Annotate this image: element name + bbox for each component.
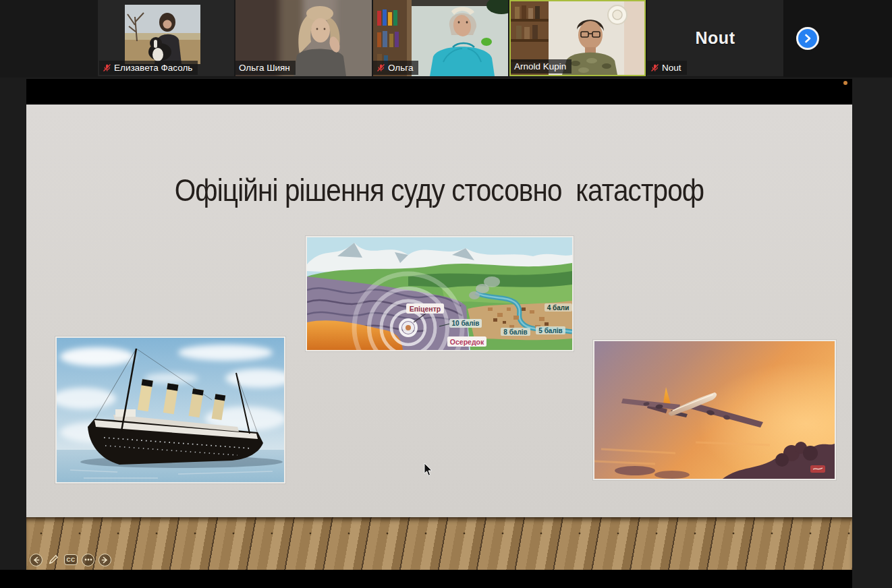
mouse-cursor (424, 463, 433, 477)
label-5-points: 5 балів (538, 327, 562, 334)
name-label: Ольга (373, 61, 418, 75)
slideshow-controls: CC (30, 553, 111, 566)
arrow-right-icon (101, 556, 109, 564)
arrow-left-icon (32, 556, 40, 564)
earthquake-diagram-image: Епіцентр 10 балів Осередок 4 бали 8 балі… (306, 236, 574, 351)
participant-name: Arnold Kupin (514, 61, 566, 71)
participant-name: Елизавета Фасоль (114, 63, 192, 73)
share-left-margin (0, 78, 26, 570)
participant-tile-elizaveta[interactable]: Елизавета Фасоль (98, 0, 234, 76)
prev-slide-button[interactable] (30, 554, 43, 566)
participant-strip: Елизавета Фасоль (0, 0, 892, 78)
bottom-letterbox (0, 570, 852, 588)
avatar-photo (125, 5, 200, 64)
label-10-points: 10 балів (452, 320, 480, 327)
chevron-right-icon (803, 34, 812, 43)
participant-name: Nout (662, 63, 681, 73)
participant-name: Ольга Шиян (239, 63, 290, 73)
participant-name: Ольга (388, 63, 413, 73)
label-epicenter: Епіцентр (410, 305, 441, 313)
participant-tile-olga[interactable]: Ольга (373, 0, 508, 76)
participant-tile-olga-shyian[interactable]: Ольга Шиян (235, 0, 372, 76)
annotate-pen-button[interactable] (47, 553, 60, 566)
label-8-points: 8 балів (503, 328, 527, 336)
name-label: Елизавета Фасоль (99, 61, 198, 75)
presentation-slide: Офіційні рішення суду стосовно катастроф (26, 105, 852, 517)
participant-tile-nout[interactable]: Nout Nout (647, 0, 783, 76)
mic-muted-icon (650, 63, 659, 72)
record-dot (843, 81, 847, 85)
participant-tile-arnold-kupin[interactable]: Arnold Kupin (509, 0, 646, 76)
next-slide-button[interactable] (99, 554, 111, 566)
ellipsis-icon (84, 558, 92, 561)
meeting-window: Елизавета Фасоль (0, 0, 892, 588)
pen-icon (48, 554, 59, 565)
avatar (125, 5, 200, 64)
label-focus: Осередок (450, 338, 484, 346)
next-participants-button[interactable] (796, 27, 819, 50)
cc-label: CC (67, 556, 76, 563)
share-right-margin (852, 78, 892, 588)
name-label: Nout (647, 61, 687, 75)
more-options-button[interactable] (82, 554, 94, 566)
name-label: Arnold Kupin (511, 59, 572, 74)
ship-image (55, 336, 285, 483)
slide-title: Офіційні рішення суду стосовно катастроф (76, 172, 802, 208)
mic-muted-icon (103, 63, 111, 72)
mic-muted-icon (377, 63, 385, 72)
slide-floor-graphic: CC (26, 517, 852, 570)
captions-button[interactable]: CC (64, 554, 78, 565)
airplane-image (593, 340, 836, 480)
shared-screen-topbar (26, 79, 852, 105)
label-4-points: 4 бали (547, 304, 569, 312)
name-label: Ольга Шиян (235, 61, 296, 75)
